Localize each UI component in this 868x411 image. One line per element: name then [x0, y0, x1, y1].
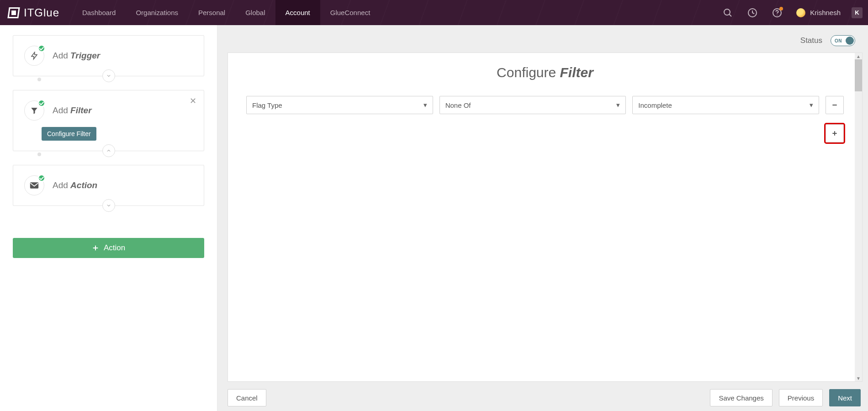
add-filter-button[interactable]	[826, 124, 844, 142]
toggle-ball-icon	[846, 37, 854, 45]
step-card-trigger[interactable]: Add Trigger	[13, 35, 204, 76]
step-card-filter[interactable]: ✕ Add Filter Configure Filter	[13, 90, 204, 151]
nav-item-account[interactable]: Account	[275, 0, 320, 25]
filter-row: Flag Type ▾ None Of ▾ Incomplete ▾	[246, 96, 844, 114]
scroll-thumb[interactable]	[855, 59, 862, 91]
caret-down-icon: ▾	[616, 101, 620, 109]
plus-icon	[92, 244, 99, 252]
svg-marker-6	[31, 108, 37, 114]
app-badge-letter: K	[855, 9, 859, 16]
select-operator[interactable]: None Of ▾	[439, 96, 626, 114]
configure-panel: Configure Filter Flag Type ▾ None Of ▾ I…	[228, 53, 863, 382]
logo-text-bold: IT	[24, 6, 34, 19]
nav-item-dashboard[interactable]: Dashboard	[72, 0, 126, 25]
close-icon[interactable]: ✕	[190, 97, 196, 105]
help-icon[interactable]	[769, 5, 785, 21]
nav-item-organizations[interactable]: Organizations	[126, 0, 188, 25]
user-name: Krishnesh	[810, 9, 841, 16]
add-action-label: Action	[104, 243, 125, 253]
logo-mark-icon	[7, 7, 20, 18]
nav-right: Krishnesh K	[720, 5, 868, 21]
step-add-text: Add	[53, 51, 68, 60]
plus-icon	[831, 130, 838, 137]
nav-item-personal[interactable]: Personal	[188, 0, 235, 25]
step-kind-text: Trigger	[70, 51, 100, 60]
step-card-action[interactable]: Add Action	[13, 165, 204, 206]
status-label: Status	[800, 36, 822, 45]
expand-toggle[interactable]	[102, 199, 115, 212]
remove-filter-button[interactable]	[826, 96, 844, 114]
step-title: Add Action	[53, 180, 97, 190]
toggle-text: ON	[835, 38, 842, 43]
step-title: Add Trigger	[53, 51, 100, 61]
nav-item-label: Personal	[198, 9, 225, 16]
configure-filter-button[interactable]: Configure Filter	[42, 127, 96, 141]
bolt-icon	[24, 46, 44, 66]
step-kind-text: Action	[70, 180, 97, 190]
panel-title-b: Filter	[560, 65, 593, 80]
add-action-button[interactable]: Action	[13, 238, 204, 258]
user-menu[interactable]: Krishnesh	[794, 8, 843, 17]
configure-filter-label: Configure Filter	[47, 130, 91, 137]
notification-dot-icon	[779, 7, 783, 11]
status-toggle[interactable]: ON	[831, 35, 855, 46]
top-nav: ITGlue Dashboard Organizations Personal …	[0, 0, 868, 25]
select-value[interactable]: Incomplete ▾	[632, 96, 819, 114]
expand-toggle[interactable]	[102, 69, 115, 82]
history-icon[interactable]	[744, 5, 761, 21]
panel-title-a: Configure	[497, 65, 556, 80]
envelope-icon	[24, 175, 44, 195]
minus-icon	[831, 101, 838, 109]
select-value-text: Incomplete	[638, 101, 672, 109]
svg-point-4	[777, 15, 778, 16]
panel-title: Configure Filter	[246, 65, 844, 80]
svg-line-1	[730, 14, 732, 16]
logo[interactable]: ITGlue	[0, 6, 72, 19]
footer-actions: Cancel Save Changes Previous Next	[228, 389, 863, 406]
nav-item-glueconnect[interactable]: GlueConnect	[320, 0, 381, 25]
save-label: Save Changes	[719, 394, 763, 402]
svg-point-0	[724, 9, 730, 15]
avatar-icon	[796, 8, 805, 17]
previous-label: Previous	[788, 394, 814, 402]
step-add-text: Add	[53, 180, 68, 190]
caret-down-icon: ▾	[423, 101, 427, 109]
status-bar: Status ON	[217, 25, 868, 49]
scroll-up-icon[interactable]: ▲	[855, 53, 862, 59]
workflow-sidebar: Add Trigger ✕ Add Filter	[0, 25, 217, 411]
step-add-text: Add	[53, 105, 68, 115]
nav-item-global[interactable]: Global	[235, 0, 275, 25]
app-badge[interactable]: K	[852, 7, 863, 18]
caret-down-icon: ▾	[810, 101, 813, 109]
nav-item-label: Global	[245, 9, 265, 16]
select-value: None Of	[445, 101, 471, 109]
scrollbar[interactable]: ▲ ▼	[855, 53, 862, 381]
scroll-down-icon[interactable]: ▼	[855, 375, 862, 381]
collapse-toggle[interactable]	[102, 144, 115, 157]
check-badge-icon	[37, 99, 46, 107]
nav-items: Dashboard Organizations Personal Global …	[72, 0, 380, 25]
check-badge-icon	[37, 174, 46, 182]
next-button[interactable]: Next	[829, 389, 861, 406]
next-label: Next	[838, 394, 852, 402]
cancel-label: Cancel	[236, 394, 258, 402]
cancel-button[interactable]: Cancel	[228, 389, 266, 406]
nav-item-label: Dashboard	[82, 9, 116, 16]
logo-text-thin: Glue	[34, 6, 59, 19]
svg-rect-7	[30, 182, 38, 188]
svg-marker-5	[32, 53, 37, 59]
check-badge-icon	[37, 44, 46, 53]
step-kind-text: Filter	[70, 105, 91, 115]
funnel-icon	[24, 100, 44, 121]
previous-button[interactable]: Previous	[779, 389, 823, 406]
select-field[interactable]: Flag Type ▾	[246, 96, 433, 114]
search-icon[interactable]	[720, 5, 736, 21]
nav-item-label: Organizations	[136, 9, 178, 16]
step-title: Add Filter	[53, 105, 92, 116]
save-button[interactable]: Save Changes	[710, 389, 772, 406]
nav-item-label: Account	[286, 9, 310, 16]
select-value: Flag Type	[252, 101, 282, 109]
configure-area: Status ON Configure Filter Flag Type ▾	[217, 25, 868, 411]
nav-item-label: GlueConnect	[330, 9, 370, 16]
